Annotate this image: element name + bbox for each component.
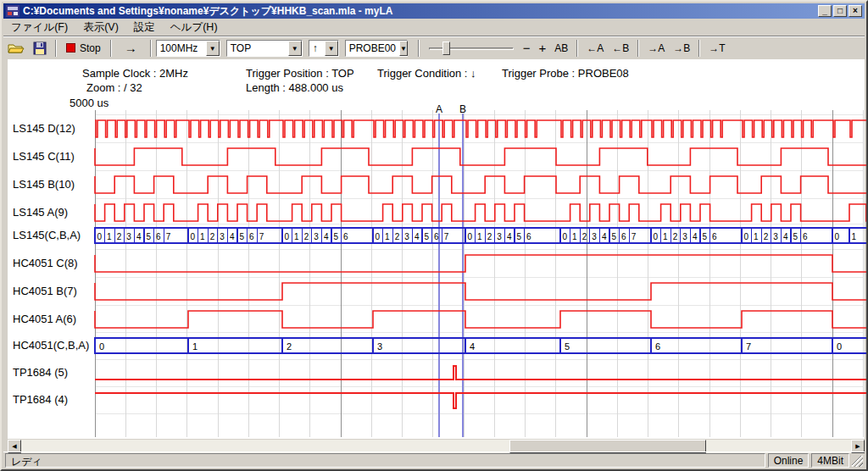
stop-label: Stop xyxy=(80,42,101,54)
chevron-down-icon[interactable]: ▼ xyxy=(399,41,408,56)
menu-bar: ファイル(F) 表示(V) 設定 ヘルプ(H) xyxy=(3,19,865,36)
channel-label: TP1684 (4) xyxy=(13,393,92,406)
toolbar-separator xyxy=(110,40,112,57)
goto-trigger-button[interactable]: →T xyxy=(704,39,729,58)
trigger-edge-value: ↑ xyxy=(309,41,321,56)
channel-label: HC4051 A(6) xyxy=(13,313,92,325)
minimize-button[interactable]: _ xyxy=(818,5,832,17)
sample-clock-select[interactable]: 100MHz ▼ xyxy=(156,40,220,57)
menu-settings[interactable]: 設定 xyxy=(126,19,163,36)
open-file-button[interactable] xyxy=(3,39,29,58)
channel-label: TP1684 (5) xyxy=(13,366,92,379)
stop-icon xyxy=(66,43,75,53)
status-memory: 4MBit xyxy=(811,453,849,468)
goto-marker-a-right-button[interactable]: →A xyxy=(643,39,669,58)
trigger-probe-value: PROBE00 xyxy=(346,41,399,56)
sample-clock-info: Sample Clock : 2MHz xyxy=(82,67,188,80)
toolbar-separator xyxy=(698,40,700,57)
save-file-button[interactable] xyxy=(29,39,51,58)
chevron-down-icon[interactable]: ▼ xyxy=(288,41,302,56)
ab-range-button[interactable]: AB xyxy=(550,39,572,58)
channel-label: HC4051 C(8) xyxy=(13,257,92,269)
goto-marker-a-left-button[interactable]: ←A xyxy=(582,39,608,58)
app-icon xyxy=(6,5,19,17)
chevron-down-icon[interactable]: ▼ xyxy=(206,41,220,56)
zoom-info: Zoom : / 32 xyxy=(86,81,142,94)
channel-label: LS145(C,B,A) xyxy=(13,229,92,241)
zoom-slider-thumb[interactable] xyxy=(442,42,450,55)
channel-label: LS145 B(10) xyxy=(13,178,92,191)
stop-button[interactable]: Stop xyxy=(61,39,106,58)
trigger-probe-info: Trigger Probe : PROBE08 xyxy=(502,67,629,80)
status-bar: レディ Online 4MBit xyxy=(3,452,865,468)
trigger-probe-select[interactable]: PROBE00 ▼ xyxy=(345,40,408,57)
goto-marker-b-right-button[interactable]: →B xyxy=(669,39,694,58)
app-window: C:¥Documents and Settings¥noname¥デスクトップ¥… xyxy=(0,0,868,471)
menu-help[interactable]: ヘルプ(H) xyxy=(163,19,225,36)
maximize-button[interactable]: □ xyxy=(833,5,847,17)
trigger-position-select[interactable]: TOP ▼ xyxy=(226,40,303,57)
toolbar-separator xyxy=(637,40,639,57)
toolbar-separator xyxy=(418,40,420,57)
channel-label: HC4051 B(7) xyxy=(13,285,92,297)
channel-label: HC4051(C,B,A) xyxy=(13,339,92,352)
trigger-position-value: TOP xyxy=(227,41,254,56)
run-button[interactable]: → xyxy=(116,39,146,58)
save-floppy-icon xyxy=(33,42,47,55)
status-message: レディ xyxy=(5,453,765,468)
window-title: C:¥Documents and Settings¥noname¥デスクトップ¥… xyxy=(23,4,816,19)
open-folder-icon xyxy=(8,42,25,55)
channel-label: LS145 A(9) xyxy=(13,206,92,219)
channel-label: LS145 C(11) xyxy=(13,150,92,163)
toolbar-separator xyxy=(576,40,578,57)
trigger-condition-info: Trigger Condition : ↓ xyxy=(377,67,476,80)
zoom-slider-track xyxy=(429,47,514,50)
menu-file[interactable]: ファイル(F) xyxy=(3,19,75,36)
goto-marker-b-left-button[interactable]: ←B xyxy=(608,39,633,58)
sample-clock-value: 100MHz xyxy=(157,41,202,56)
zoom-out-button[interactable]: − xyxy=(519,39,535,58)
chevron-down-icon[interactable]: ▼ xyxy=(325,41,338,56)
trigger-position-info: Trigger Position : TOP xyxy=(246,67,354,80)
timebase-label: 5000 us xyxy=(70,97,108,109)
status-online: Online xyxy=(768,453,810,468)
zoom-in-button[interactable]: + xyxy=(534,39,550,58)
channel-label: LS145 D(12) xyxy=(13,122,92,135)
menu-view[interactable]: 表示(V) xyxy=(75,19,126,36)
toolbar-separator xyxy=(55,40,57,57)
close-button[interactable]: × xyxy=(849,5,862,17)
trigger-edge-select[interactable]: ↑ ▼ xyxy=(309,40,339,57)
resize-grip[interactable] xyxy=(852,456,863,467)
waveform-panel[interactable] xyxy=(8,59,865,439)
toolbar-separator xyxy=(150,40,152,57)
title-bar[interactable]: C:¥Documents and Settings¥noname¥デスクトップ¥… xyxy=(3,3,865,19)
zoom-slider[interactable] xyxy=(429,40,514,57)
length-info: Length : 488.000 us xyxy=(246,81,343,94)
toolbar: Stop → 100MHz ▼ TOP ▼ ↑ ▼ PROBE00 ▼ − + … xyxy=(3,37,865,58)
